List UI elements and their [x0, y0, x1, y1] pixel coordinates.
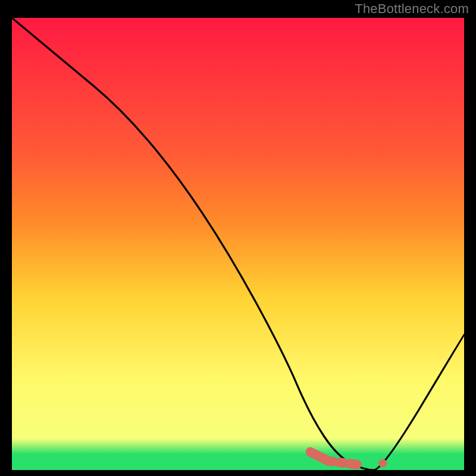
chart-plot-area: [12, 18, 464, 470]
optimal-end-dot: [378, 459, 387, 468]
attribution-text: TheBottleneck.com: [355, 1, 469, 17]
chart-svg: [12, 18, 464, 470]
chart-frame: TheBottleneck.com: [0, 0, 476, 476]
chart-background: [12, 18, 464, 470]
